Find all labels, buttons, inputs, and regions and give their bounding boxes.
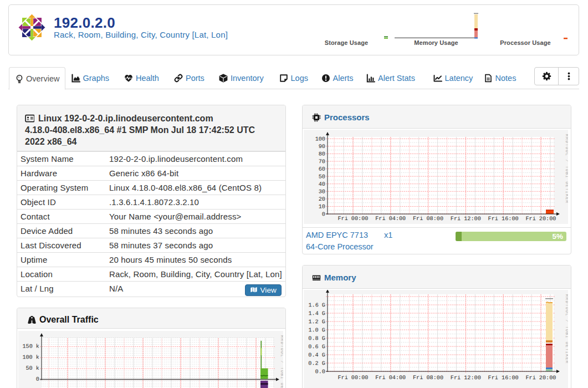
svg-text:RRDTOOL / TOBI OETIKER: RRDTOOL / TOBI OETIKER: [280, 335, 283, 388]
svg-text:50: 50: [319, 173, 325, 180]
svg-text:Fri 04:00: Fri 04:00: [375, 375, 406, 381]
svg-text:RRDTOOL / TOBI OETIKER: RRDTOOL / TOBI OETIKER: [565, 294, 568, 364]
svg-text:Fri 12:00: Fri 12:00: [451, 216, 481, 222]
svg-text:0: 0: [322, 211, 325, 217]
svg-text:0.6 G: 0.6 G: [308, 344, 325, 350]
svg-text:1.4 G: 1.4 G: [308, 310, 325, 316]
svg-text:Fri 20:00: Fri 20:00: [525, 216, 556, 222]
svg-text:40: 40: [319, 181, 325, 187]
svg-text:1.2 G: 1.2 G: [308, 319, 325, 325]
svg-text:100: 100: [315, 136, 325, 142]
svg-text:0: 0: [36, 376, 39, 382]
svg-text:0.8 G: 0.8 G: [308, 335, 325, 341]
svg-text:Fri 08:00: Fri 08:00: [413, 216, 443, 222]
svg-text:70: 70: [319, 159, 325, 165]
svg-text:Fri 20:00: Fri 20:00: [525, 375, 556, 381]
svg-text:1.0 G: 1.0 G: [308, 327, 325, 333]
svg-text:1.6 G: 1.6 G: [308, 302, 325, 308]
svg-text:Fri 16:00: Fri 16:00: [488, 375, 519, 381]
svg-text:50 k: 50 k: [25, 365, 39, 371]
svg-text:Fri 00:00: Fri 00:00: [338, 375, 368, 381]
svg-text:0.4 G: 0.4 G: [308, 352, 325, 358]
svg-text:30: 30: [319, 188, 325, 195]
svg-text:0.2 G: 0.2 G: [308, 360, 325, 366]
svg-text:150 k: 150 k: [22, 343, 39, 349]
svg-text:60: 60: [319, 166, 325, 172]
svg-text:Fri 00:00: Fri 00:00: [338, 216, 368, 222]
svg-text:Fri 12:00: Fri 12:00: [451, 375, 481, 381]
svg-text:0.0: 0.0: [315, 369, 325, 375]
svg-text:RRDTOOL / TOBI OETIKER: RRDTOOL / TOBI OETIKER: [565, 134, 568, 203]
svg-text:80: 80: [319, 151, 325, 157]
svg-text:20: 20: [319, 196, 325, 202]
svg-text:Fri 08:00: Fri 08:00: [413, 375, 443, 381]
svg-text:Fri 16:00: Fri 16:00: [488, 216, 519, 222]
svg-text:Fri 04:00: Fri 04:00: [375, 216, 406, 222]
svg-text:100 k: 100 k: [22, 354, 39, 360]
svg-text:10: 10: [319, 203, 325, 210]
svg-text:90: 90: [319, 144, 325, 150]
